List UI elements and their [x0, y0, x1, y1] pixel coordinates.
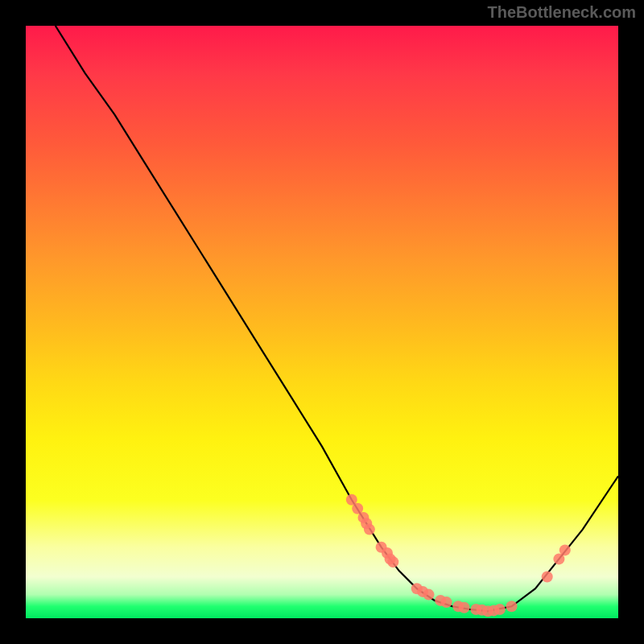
scatter-dot: [441, 597, 452, 608]
scatter-dots: [346, 494, 571, 617]
plot-area: [26, 26, 618, 618]
scatter-dot: [364, 524, 375, 535]
scatter-dot: [459, 602, 470, 613]
watermark-text: TheBottleneck.com: [488, 3, 636, 22]
scatter-dot: [542, 572, 553, 583]
scatter-dot: [494, 604, 506, 615]
scatter-dot: [423, 589, 435, 601]
scatter-dot: [506, 601, 518, 612]
scatter-dot: [387, 556, 398, 568]
curve-line: [56, 26, 618, 611]
chart-svg: [26, 26, 618, 618]
scatter-dot: [559, 544, 571, 555]
